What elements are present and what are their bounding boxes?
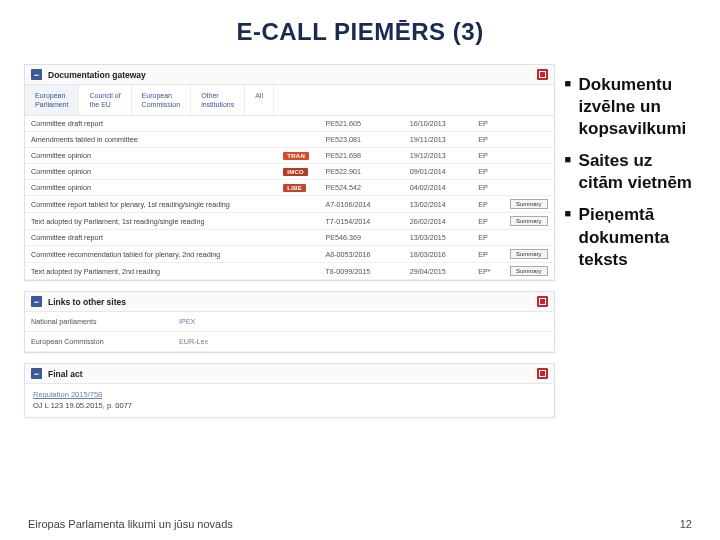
collapse-icon[interactable]: −: [31, 296, 42, 307]
summary-button[interactable]: Summary: [510, 266, 548, 276]
doc-date: 19/11/2013: [404, 132, 473, 148]
doc-source: EP: [472, 132, 504, 148]
doc-date: 19/12/2013: [404, 148, 473, 164]
table-row: Committee draft reportPE546.36913/03/201…: [25, 230, 554, 246]
doc-date: 29/04/2015: [404, 263, 473, 280]
doc-date: 13/02/2014: [404, 196, 473, 213]
table-row: National parliamentsIPEX: [25, 312, 554, 332]
doc-source: EP: [472, 196, 504, 213]
table-row: Text adopted by Parliament, 2nd readingT…: [25, 263, 554, 280]
doc-source: EP: [472, 148, 504, 164]
link-label: National parliaments: [25, 312, 173, 332]
doc-date: 26/02/2014: [404, 213, 473, 230]
committee-badge: IMCO: [283, 168, 308, 176]
doc-reference[interactable]: PE524.542: [319, 180, 403, 196]
source-tab[interactable]: Council ofthe EU: [79, 85, 131, 115]
doc-gateway-title: Documentation gateway: [48, 70, 146, 80]
doc-description: Committee draft report: [25, 116, 277, 132]
source-tab[interactable]: EuropeanCommission: [132, 85, 192, 115]
doc-reference[interactable]: PE521.698: [319, 148, 403, 164]
final-act-link[interactable]: Regulation 2015/758: [33, 390, 102, 399]
summary-button[interactable]: Summary: [510, 216, 548, 226]
table-row: Committee recommendation tabled for plen…: [25, 246, 554, 263]
links-title: Links to other sites: [48, 297, 126, 307]
doc-description: Text adopted by Parliament, 1st reading/…: [25, 213, 277, 230]
collapse-icon[interactable]: −: [31, 69, 42, 80]
doc-reference[interactable]: T7-0154/2014: [319, 213, 403, 230]
external-link[interactable]: EUR-Lex: [173, 332, 554, 352]
doc-description: Text adopted by Parliament, 2nd reading: [25, 263, 277, 280]
doc-date: 09/01/2014: [404, 164, 473, 180]
screenshot-panel: − Documentation gateway EuropeanParliame…: [24, 64, 555, 428]
table-row: Committee report tabled for plenary, 1st…: [25, 196, 554, 213]
doc-source: EP*: [472, 263, 504, 280]
summary-button[interactable]: Summary: [510, 249, 548, 259]
external-link[interactable]: IPEX: [173, 312, 554, 332]
page-number: 12: [680, 518, 692, 530]
table-row: European CommissionEUR-Lex: [25, 332, 554, 352]
bullet-item: Dokumentu izvēlne un kopsavilkumi: [565, 74, 696, 140]
doc-description: Amendments tabled in committee: [25, 132, 277, 148]
final-act-ref: OJ L 123 19.05.2015, p. 0077: [33, 401, 132, 410]
bullet-list: Dokumentu izvēlne un kopsavilkumiSaites …: [565, 74, 696, 271]
doc-reference[interactable]: PE546.369: [319, 230, 403, 246]
table-row: Committee opinionIMCOPE522.90109/01/2014…: [25, 164, 554, 180]
footer-text: Eiropas Parlamenta likumi un jūsu novads: [28, 518, 233, 530]
collapse-icon[interactable]: −: [31, 368, 42, 379]
doc-date: 16/10/2013: [404, 116, 473, 132]
doc-description: Committee draft report: [25, 230, 277, 246]
pdf-icon[interactable]: [537, 296, 548, 307]
doc-source: EP: [472, 213, 504, 230]
final-act-panel: − Final act Regulation 2015/758 OJ L 123…: [24, 363, 555, 418]
doc-date: 18/03/2016: [404, 246, 473, 263]
table-row: Committee draft reportPE521.60516/10/201…: [25, 116, 554, 132]
pdf-icon[interactable]: [537, 69, 548, 80]
doc-description: Committee opinion: [25, 148, 277, 164]
doc-source: EP: [472, 116, 504, 132]
committee-badge: TRAN: [283, 152, 309, 160]
doc-source: EP: [472, 246, 504, 263]
doc-reference[interactable]: PE523.081: [319, 132, 403, 148]
links-panel: − Links to other sites National parliame…: [24, 291, 555, 353]
doc-gateway-panel: − Documentation gateway EuropeanParliame…: [24, 64, 555, 281]
doc-date: 04/02/2014: [404, 180, 473, 196]
table-row: Amendments tabled in committeePE523.0811…: [25, 132, 554, 148]
doc-description: Committee recommendation tabled for plen…: [25, 246, 277, 263]
final-act-title: Final act: [48, 369, 82, 379]
doc-reference[interactable]: A7-0106/2014: [319, 196, 403, 213]
table-row: Committee opinionTRANPE521.69819/12/2013…: [25, 148, 554, 164]
source-tab[interactable]: All: [245, 85, 274, 115]
doc-description: Committee opinion: [25, 180, 277, 196]
pdf-icon[interactable]: [537, 368, 548, 379]
doc-source: EP: [472, 230, 504, 246]
doc-reference[interactable]: A8-0053/2016: [319, 246, 403, 263]
source-tab[interactable]: Otherinstitutions: [191, 85, 245, 115]
doc-description: Committee opinion: [25, 164, 277, 180]
doc-source: EP: [472, 164, 504, 180]
bullet-item: Saites uz citām vietnēm: [565, 150, 696, 194]
bullet-item: Pieņemtā dokumenta teksts: [565, 204, 696, 270]
source-tabs: EuropeanParliamentCouncil ofthe EUEurope…: [25, 85, 554, 116]
documents-table: Committee draft reportPE521.60516/10/201…: [25, 116, 554, 280]
doc-reference[interactable]: PE521.605: [319, 116, 403, 132]
doc-reference[interactable]: T8-0099/2015: [319, 263, 403, 280]
doc-reference[interactable]: PE522.901: [319, 164, 403, 180]
doc-source: EP: [472, 180, 504, 196]
table-row: Committee opinionLIBEPE524.54204/02/2014…: [25, 180, 554, 196]
source-tab[interactable]: EuropeanParliament: [25, 85, 79, 115]
doc-date: 13/03/2015: [404, 230, 473, 246]
link-label: European Commission: [25, 332, 173, 352]
summary-button[interactable]: Summary: [510, 199, 548, 209]
slide-title: E-CALL PIEMĒRS (3): [24, 18, 696, 46]
table-row: Text adopted by Parliament, 1st reading/…: [25, 213, 554, 230]
doc-description: Committee report tabled for plenary, 1st…: [25, 196, 277, 213]
committee-badge: LIBE: [283, 184, 306, 192]
